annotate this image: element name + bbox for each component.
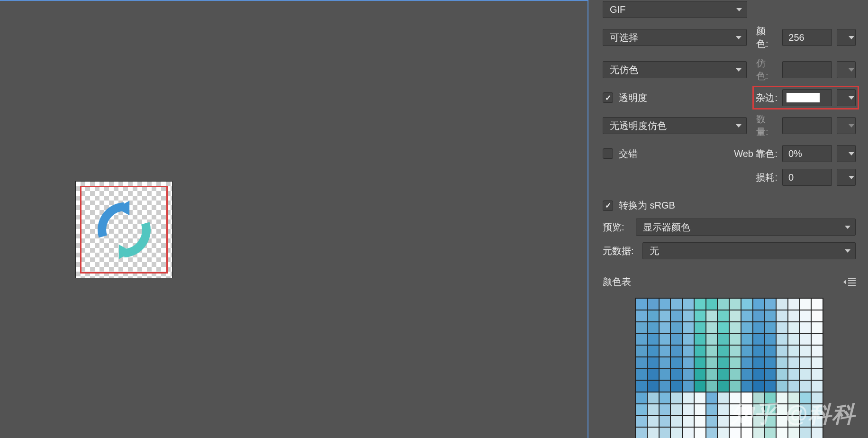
color-swatch[interactable] (811, 392, 823, 404)
color-swatch[interactable] (729, 392, 741, 404)
color-swatch[interactable] (717, 380, 729, 392)
color-swatch[interactable] (659, 416, 671, 428)
color-swatch[interactable] (776, 333, 788, 345)
color-swatch[interactable] (753, 310, 765, 322)
color-swatch[interactable] (753, 322, 765, 334)
color-swatch[interactable] (800, 322, 812, 334)
color-swatch[interactable] (741, 333, 753, 345)
preview-select[interactable]: 显示器颜色 (636, 219, 856, 236)
color-swatch[interactable] (729, 427, 741, 438)
colors-input[interactable]: 256 (782, 29, 832, 46)
color-swatch[interactable] (753, 392, 765, 404)
color-swatch[interactable] (800, 298, 812, 310)
color-swatch[interactable] (800, 404, 812, 416)
color-swatch[interactable] (753, 357, 765, 369)
color-swatch[interactable] (764, 427, 776, 438)
canvas-area[interactable] (0, 0, 588, 438)
color-swatch[interactable] (811, 322, 823, 334)
matte-select[interactable] (837, 89, 856, 106)
color-swatch[interactable] (682, 427, 694, 438)
color-swatch[interactable] (647, 357, 659, 369)
color-swatch[interactable] (776, 310, 788, 322)
color-swatch[interactable] (706, 345, 718, 357)
color-swatch[interactable] (717, 369, 729, 381)
color-swatch[interactable] (717, 322, 729, 334)
color-swatch[interactable] (741, 345, 753, 357)
color-swatch[interactable] (694, 345, 706, 357)
color-swatch[interactable] (659, 298, 671, 310)
color-swatch[interactable] (659, 357, 671, 369)
color-swatch[interactable] (811, 333, 823, 345)
color-swatch[interactable] (682, 357, 694, 369)
color-swatch[interactable] (800, 427, 812, 438)
color-swatch[interactable] (764, 392, 776, 404)
color-swatch[interactable] (753, 298, 765, 310)
color-swatch[interactable] (776, 298, 788, 310)
color-swatch[interactable] (717, 427, 729, 438)
color-swatch[interactable] (811, 298, 823, 310)
color-swatch[interactable] (659, 322, 671, 334)
color-swatch[interactable] (729, 404, 741, 416)
color-swatch[interactable] (635, 380, 647, 392)
color-swatch[interactable] (729, 369, 741, 381)
color-swatch[interactable] (682, 416, 694, 428)
color-swatch[interactable] (788, 357, 800, 369)
color-swatch[interactable] (694, 298, 706, 310)
interlace-checkbox[interactable]: 交错 (603, 147, 638, 160)
panel-menu-button[interactable] (843, 278, 856, 286)
color-swatch[interactable] (811, 310, 823, 322)
color-swatch[interactable] (647, 416, 659, 428)
lossy-input[interactable]: 0 (782, 169, 832, 186)
color-swatch[interactable] (670, 357, 682, 369)
color-swatch[interactable] (776, 392, 788, 404)
color-swatch[interactable] (635, 369, 647, 381)
color-swatch[interactable] (811, 357, 823, 369)
palette-select[interactable]: 可选择 (603, 29, 747, 46)
color-swatch[interactable] (635, 392, 647, 404)
color-swatch[interactable] (647, 380, 659, 392)
color-swatch[interactable] (788, 333, 800, 345)
color-swatch[interactable] (729, 322, 741, 334)
color-swatch[interactable] (776, 404, 788, 416)
color-swatch[interactable] (729, 345, 741, 357)
color-swatch[interactable] (764, 380, 776, 392)
color-swatch[interactable] (647, 427, 659, 438)
color-swatch[interactable] (741, 427, 753, 438)
color-swatch[interactable] (635, 404, 647, 416)
color-swatch[interactable] (647, 333, 659, 345)
color-swatch[interactable] (670, 380, 682, 392)
color-swatch[interactable] (764, 404, 776, 416)
color-swatch[interactable] (729, 416, 741, 428)
color-swatch[interactable] (706, 416, 718, 428)
color-swatch[interactable] (706, 357, 718, 369)
color-swatch[interactable] (717, 416, 729, 428)
color-swatch[interactable] (729, 310, 741, 322)
color-swatch[interactable] (764, 416, 776, 428)
color-swatch[interactable] (776, 416, 788, 428)
transparency-checkbox[interactable]: 透明度 (603, 91, 647, 104)
color-swatch[interactable] (753, 380, 765, 392)
color-swatch[interactable] (706, 427, 718, 438)
color-swatch[interactable] (800, 380, 812, 392)
color-swatch[interactable] (788, 310, 800, 322)
color-swatch[interactable] (670, 404, 682, 416)
color-swatch[interactable] (776, 357, 788, 369)
color-swatch[interactable] (800, 310, 812, 322)
color-swatch[interactable] (800, 392, 812, 404)
color-swatch[interactable] (753, 345, 765, 357)
color-swatch[interactable] (811, 369, 823, 381)
color-swatch[interactable] (670, 369, 682, 381)
color-swatch[interactable] (764, 298, 776, 310)
color-swatch[interactable] (682, 404, 694, 416)
color-swatch[interactable] (776, 427, 788, 438)
color-swatch[interactable] (694, 404, 706, 416)
color-swatch[interactable] (635, 298, 647, 310)
color-swatch[interactable] (635, 322, 647, 334)
color-swatch[interactable] (753, 333, 765, 345)
color-swatch[interactable] (764, 357, 776, 369)
color-swatch[interactable] (706, 369, 718, 381)
dither-select[interactable]: 无仿色 (603, 61, 747, 78)
color-swatch[interactable] (647, 310, 659, 322)
color-swatch[interactable] (764, 345, 776, 357)
srgb-checkbox[interactable]: 转换为 sRGB (603, 199, 675, 212)
